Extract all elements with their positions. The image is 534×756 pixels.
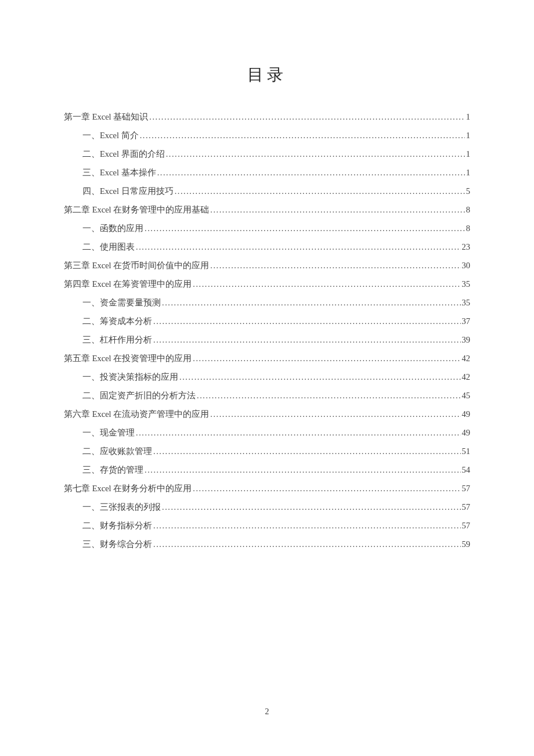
toc-entry-label: 二、使用图表 — [82, 240, 135, 254]
toc-entry: 第六章 Excel 在流动资产管理中的应用49 — [64, 408, 470, 422]
page-content: 目录 第一章 Excel 基础知识1一、Excel 简介1二、Excel 界面的… — [0, 0, 534, 552]
toc-leader-dots — [145, 222, 465, 236]
toc-entry: 第四章 Excel 在筹资管理中的应用35 — [64, 278, 470, 291]
toc-leader-dots — [210, 408, 460, 422]
toc-leader-dots — [193, 352, 460, 366]
toc-entry-label: 第三章 Excel 在货币时间价值中的应用 — [64, 259, 209, 273]
toc-entry-label: 一、资金需要量预测 — [82, 296, 161, 310]
toc-entry: 三、财务综合分析59 — [64, 538, 470, 552]
toc-entry: 二、使用图表23 — [64, 240, 470, 254]
toc-leader-dots — [162, 501, 461, 514]
toc-entry-page: 51 — [462, 445, 471, 459]
toc-entry: 一、现金管理49 — [64, 426, 470, 440]
toc-entry-page: 1 — [466, 166, 470, 180]
toc-entry-page: 35 — [462, 296, 471, 310]
toc-leader-dots — [175, 185, 465, 199]
toc-entry: 一、资金需要量预测35 — [64, 296, 470, 310]
toc-entry: 第二章 Excel 在财务管理中的应用基础8 — [64, 203, 470, 217]
toc-entry: 四、Excel 日常应用技巧5 — [64, 185, 470, 199]
toc-leader-dots — [210, 203, 464, 217]
toc-entry-label: 二、Excel 界面的介绍 — [82, 147, 165, 161]
toc-entry: 二、财务指标分析57 — [64, 519, 470, 533]
toc-entry: 第三章 Excel 在货币时间价值中的应用30 — [64, 259, 470, 273]
toc-leader-dots — [179, 370, 461, 384]
toc-entry-label: 三、杠杆作用分析 — [82, 333, 152, 347]
toc-entry: 二、应收账款管理51 — [64, 445, 470, 459]
toc-entry-page: 23 — [462, 240, 471, 254]
toc-leader-dots — [149, 110, 464, 124]
toc-entry: 二、Excel 界面的介绍1 — [64, 147, 470, 161]
toc-entry-page: 8 — [466, 222, 470, 236]
toc-entry-label: 第一章 Excel 基础知识 — [64, 110, 148, 124]
toc-entry: 第七章 Excel 在财务分析中的应用57 — [64, 482, 470, 496]
toc-entry-page: 59 — [462, 538, 471, 552]
toc-entry-label: 二、筹资成本分析 — [82, 315, 152, 329]
toc-entry-label: 第四章 Excel 在筹资管理中的应用 — [64, 278, 192, 291]
toc-entry-page: 37 — [462, 315, 471, 329]
toc-entry-page: 39 — [462, 333, 471, 347]
toc-entry-page: 57 — [462, 482, 471, 496]
toc-entry: 三、Excel 基本操作1 — [64, 166, 470, 180]
toc-leader-dots — [157, 166, 465, 180]
toc-leader-dots — [140, 129, 465, 143]
toc-entry-page: 1 — [466, 147, 470, 161]
toc-entry-page: 54 — [462, 463, 471, 477]
toc-entry: 一、函数的应用8 — [64, 222, 470, 236]
toc-entry-label: 二、应收账款管理 — [82, 445, 152, 459]
toc-entry-page: 30 — [462, 259, 471, 273]
toc-leader-dots — [197, 389, 461, 403]
toc-leader-dots — [210, 259, 460, 273]
toc-leader-dots — [136, 426, 461, 440]
toc-entry: 二、固定资产折旧的分析方法45 — [64, 389, 470, 403]
toc-entry-label: 一、投资决策指标的应用 — [82, 370, 178, 384]
toc-entry: 三、存货的管理54 — [64, 463, 470, 477]
toc-title: 目录 — [64, 64, 470, 86]
toc-entry: 一、三张报表的列报57 — [64, 501, 470, 514]
toc-entry-label: 三、存货的管理 — [82, 463, 143, 477]
toc-entry-page: 57 — [462, 519, 471, 533]
toc-entry: 三、杠杆作用分析39 — [64, 333, 470, 347]
table-of-contents: 第一章 Excel 基础知识1一、Excel 简介1二、Excel 界面的介绍1… — [64, 110, 470, 552]
toc-leader-dots — [166, 147, 465, 161]
toc-entry-label: 一、Excel 简介 — [82, 129, 139, 143]
toc-entry: 二、筹资成本分析37 — [64, 315, 470, 329]
toc-leader-dots — [145, 463, 461, 477]
toc-leader-dots — [153, 519, 461, 533]
toc-entry-page: 1 — [466, 110, 470, 124]
toc-entry-label: 第七章 Excel 在财务分析中的应用 — [64, 482, 192, 496]
toc-leader-dots — [153, 445, 461, 459]
toc-entry-page: 49 — [462, 408, 471, 422]
toc-entry-label: 一、函数的应用 — [82, 222, 143, 236]
toc-leader-dots — [193, 482, 460, 496]
toc-leader-dots — [162, 296, 461, 310]
toc-entry: 一、投资决策指标的应用42 — [64, 370, 470, 384]
toc-entry-label: 第五章 Excel 在投资管理中的应用 — [64, 352, 192, 366]
toc-entry-label: 一、三张报表的列报 — [82, 501, 161, 514]
toc-leader-dots — [193, 278, 460, 291]
toc-entry-label: 三、Excel 基本操作 — [82, 166, 156, 180]
toc-entry-label: 四、Excel 日常应用技巧 — [82, 185, 174, 199]
toc-entry-page: 49 — [462, 426, 471, 440]
toc-entry-page: 42 — [462, 352, 471, 366]
toc-entry-label: 第二章 Excel 在财务管理中的应用基础 — [64, 203, 209, 217]
page-number: 2 — [0, 707, 534, 717]
toc-leader-dots — [153, 315, 461, 329]
toc-entry-page: 42 — [462, 370, 471, 384]
toc-entry: 第五章 Excel 在投资管理中的应用42 — [64, 352, 470, 366]
toc-leader-dots — [136, 240, 461, 254]
toc-leader-dots — [153, 333, 461, 347]
toc-leader-dots — [153, 538, 461, 552]
toc-entry-page: 1 — [466, 129, 470, 143]
toc-entry-label: 第六章 Excel 在流动资产管理中的应用 — [64, 408, 209, 422]
toc-entry-page: 35 — [462, 278, 471, 291]
toc-entry-label: 三、财务综合分析 — [82, 538, 152, 552]
toc-entry-page: 5 — [466, 185, 470, 199]
toc-entry: 第一章 Excel 基础知识1 — [64, 110, 470, 124]
toc-entry-page: 45 — [462, 389, 471, 403]
toc-entry-label: 一、现金管理 — [82, 426, 135, 440]
toc-entry-page: 57 — [462, 501, 471, 514]
toc-entry: 一、Excel 简介1 — [64, 129, 470, 143]
toc-entry-label: 二、财务指标分析 — [82, 519, 152, 533]
toc-entry-page: 8 — [466, 203, 470, 217]
toc-entry-label: 二、固定资产折旧的分析方法 — [82, 389, 196, 403]
